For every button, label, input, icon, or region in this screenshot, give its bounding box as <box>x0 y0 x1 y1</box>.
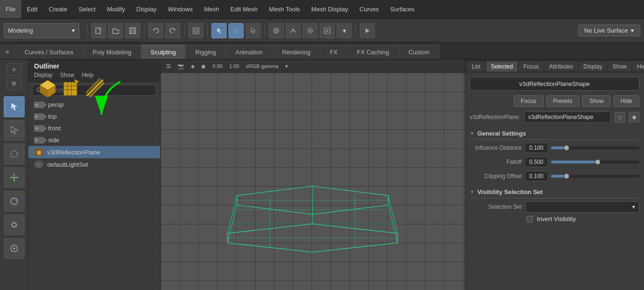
selection-set-label: Selection Set <box>470 204 522 210</box>
influence-distance-value[interactable]: 0.100 <box>525 143 548 153</box>
falloff-track[interactable] <box>551 161 639 163</box>
tab-fx[interactable]: FX <box>320 45 347 59</box>
ae-tab-display[interactable]: Display <box>579 61 607 72</box>
menu-curves[interactable]: Curves <box>354 0 384 18</box>
snap-curve-button[interactable] <box>286 23 301 38</box>
tab-custom[interactable]: Custom <box>399 45 440 59</box>
rotate-tool[interactable] <box>4 191 25 212</box>
viewport-value2[interactable]: 1.00 <box>227 63 241 69</box>
tab-sculpting[interactable]: Sculpting <box>141 45 186 59</box>
redo-button[interactable] <box>165 23 180 38</box>
ae-tab-focus[interactable]: Focus <box>518 61 543 72</box>
workspace-dropdown[interactable]: Modeling ▾ <box>4 23 79 38</box>
viewport-gamma-btn[interactable]: sRGB gamma <box>244 63 280 69</box>
influence-distance-thumb[interactable] <box>564 145 569 150</box>
select-tool-button[interactable] <box>212 23 227 38</box>
menu-create[interactable]: Create <box>43 0 73 18</box>
viewport-gamma-dropdown[interactable]: ▾ <box>283 63 290 70</box>
circle-select-tool[interactable] <box>4 238 25 259</box>
menu-file[interactable]: File <box>0 0 21 18</box>
plane-value[interactable]: v3dReflectionPlaneShape <box>524 111 611 123</box>
menu-mesh-tools[interactable]: Mesh Tools <box>263 0 306 18</box>
open-file-button[interactable] <box>108 23 123 38</box>
outliner-item-persp[interactable]: persp <box>28 99 160 111</box>
general-settings-header[interactable]: ▼ General Settings <box>470 128 639 140</box>
plane-link-btn[interactable]: ⬡ <box>615 112 625 122</box>
menu-windows[interactable]: Windows <box>162 0 198 18</box>
viewport[interactable]: ☰ 📷 ◈ ◉ 0.00 1.00 sRGB gamma ▾ <box>161 60 465 290</box>
falloff-thumb[interactable] <box>595 160 600 164</box>
tab-bar: ≡ Curves / Surfaces Poly Modeling Sculpt… <box>0 43 644 60</box>
ae-tab-list[interactable]: List <box>467 61 485 72</box>
tab-settings-button[interactable]: ≡ <box>0 45 15 59</box>
tab-curves-surfaces[interactable]: Curves / Surfaces <box>15 45 83 59</box>
new-scene-button[interactable] <box>91 23 106 38</box>
viewport-shading-btn[interactable]: ◈ <box>189 63 196 70</box>
menu-modify[interactable]: Modify <box>102 0 131 18</box>
select-arrow-tool[interactable] <box>4 96 25 117</box>
menu-surfaces[interactable]: Surfaces <box>385 0 420 18</box>
menu-mesh-display[interactable]: Mesh Display <box>305 0 354 18</box>
clipping-offset-value[interactable]: 0.100 <box>525 171 548 181</box>
clipping-offset-track[interactable] <box>551 175 639 178</box>
clipping-offset-thumb[interactable] <box>564 174 569 179</box>
snap-dropdown-button[interactable]: ▾ <box>337 23 352 38</box>
panel-settings-button[interactable]: ⚙ <box>7 77 22 90</box>
falloff-value[interactable]: 0.500 <box>525 157 548 167</box>
hide-button[interactable]: Hide <box>613 95 639 107</box>
show-attrs-button[interactable]: Show <box>582 95 610 107</box>
transform-button[interactable] <box>188 23 203 38</box>
curves-icon-btn[interactable] <box>84 77 106 99</box>
menu-display[interactable]: Display <box>131 0 162 18</box>
svg-rect-4 <box>193 28 199 34</box>
save-file-button[interactable] <box>125 23 140 38</box>
snap-grid-button[interactable] <box>303 23 318 38</box>
menu-edit-mesh[interactable]: Edit Mesh <box>225 0 263 18</box>
ae-tab-help[interactable]: Help <box>632 61 644 72</box>
outliner-item-side[interactable]: side <box>28 134 160 146</box>
plane-expand-btn[interactable]: ⬢ <box>629 112 639 122</box>
select-paint-button[interactable] <box>246 23 261 38</box>
invert-visibility-checkbox[interactable] <box>526 216 533 222</box>
mesh-icon-btn[interactable] <box>60 77 82 99</box>
outliner-item-top[interactable]: top <box>28 111 160 122</box>
cube-icon-btn[interactable] <box>37 77 59 99</box>
viewport-grid[interactable] <box>161 73 465 290</box>
paint-select-tool[interactable] <box>4 144 25 164</box>
ae-tab-selected[interactable]: Selected <box>486 61 518 72</box>
menu-edit[interactable]: Edit <box>21 0 43 18</box>
ae-tab-attributes[interactable]: Attributes <box>544 61 578 72</box>
menu-select[interactable]: Select <box>73 0 101 18</box>
outliner-item-defaultlightset[interactable]: ○ defaultLightSet <box>28 158 160 171</box>
tab-rendering[interactable]: Rendering <box>272 45 320 59</box>
render-button[interactable] <box>360 23 375 38</box>
focus-button[interactable]: Focus <box>514 95 543 107</box>
snap-button[interactable] <box>269 23 284 38</box>
viewport-value1[interactable]: 0.00 <box>211 63 224 69</box>
undo-button[interactable] <box>148 23 163 38</box>
menu-mesh[interactable]: Mesh <box>198 0 225 18</box>
move-tool[interactable] <box>4 167 25 188</box>
presets-button[interactable]: Presets <box>546 95 580 107</box>
ae-tab-show[interactable]: Show <box>608 61 631 72</box>
no-live-surface-button[interactable]: No Live Surface ▾ <box>578 25 641 36</box>
snap-surface-button[interactable] <box>320 23 335 38</box>
lasso-select-tool[interactable] <box>4 120 25 141</box>
tab-fx-caching[interactable]: FX Caching <box>347 45 399 59</box>
viewport-lighting-btn[interactable]: ◉ <box>199 63 208 70</box>
tab-poly-modeling[interactable]: Poly Modeling <box>83 45 141 59</box>
outliner-item-front[interactable]: front <box>28 122 160 134</box>
visibility-section-header[interactable]: ▼ Visibility Selection Set <box>470 186 639 198</box>
influence-distance-track[interactable] <box>551 146 639 149</box>
viewport-menu-btn[interactable]: ☰ <box>164 63 173 70</box>
tab-rigging[interactable]: Rigging <box>186 45 226 59</box>
selection-set-dropdown[interactable]: ▾ <box>525 201 639 213</box>
viewport-camera-btn[interactable]: 📷 <box>176 63 186 70</box>
select-lasso-button[interactable] <box>229 23 244 38</box>
panel-menu-button[interactable]: ≡ <box>7 63 22 76</box>
scale-tool[interactable] <box>4 214 25 235</box>
outliner-item-v3dreflectionplane[interactable]: ▦ v3dReflectionPlane <box>28 146 160 158</box>
tab-animation[interactable]: Animation <box>226 45 273 59</box>
falloff-label: Falloff <box>470 159 522 165</box>
svg-marker-40 <box>228 224 398 252</box>
